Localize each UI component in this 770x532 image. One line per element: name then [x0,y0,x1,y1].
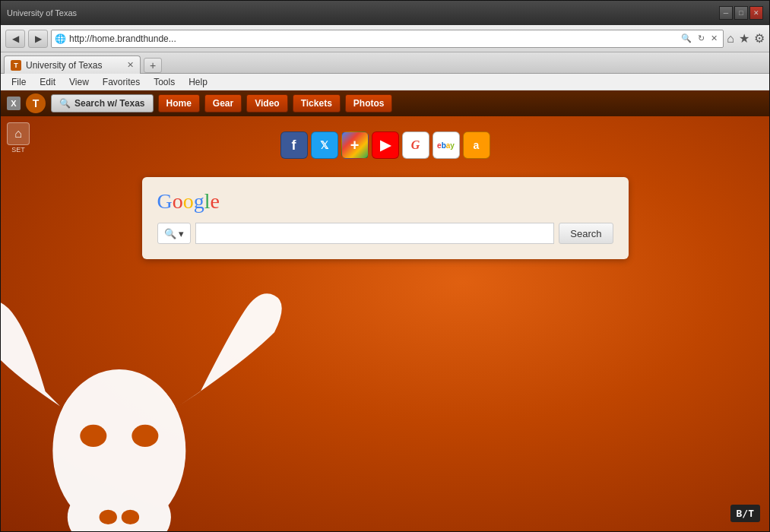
tab-close-btn[interactable]: ✕ [127,60,134,70]
menu-bar: File Edit View Favorites Tools Help [1,74,769,90]
forward-button[interactable]: ▶ [28,30,48,48]
title-bar: University of Texas ─ □ ✕ [1,1,769,25]
tab-favicon: T [11,60,21,71]
new-tab-button[interactable]: + [144,58,162,73]
photos-texas-button[interactable]: Photos [345,94,393,112]
google-search-box: Google 🔍 ▾ Search [142,177,629,259]
home-nav-btn[interactable]: ⌂ [727,32,734,46]
gear-texas-button[interactable]: Gear [204,94,242,112]
stop-btn[interactable]: ✕ [708,33,720,44]
texas-toolbar-close[interactable]: X [7,97,21,110]
minimize-button[interactable]: ─ [719,6,733,20]
search-input-row: 🔍 ▾ Search [157,223,613,244]
window-controls: ─ □ ✕ [719,6,763,20]
menu-file[interactable]: File [5,75,32,89]
youtube-icon[interactable]: ▶ [372,131,399,159]
google-icon[interactable]: G [402,131,429,159]
menu-favorites[interactable]: Favorites [97,75,146,89]
search-address-btn[interactable]: 🔍 [679,33,694,44]
address-bar-icon: 🌐 [55,33,66,44]
longhorn-svg [1,288,312,531]
twitter-icon[interactable]: 𝕏 [311,131,338,159]
svg-point-4 [60,377,179,466]
home-texas-label: Home [166,98,192,109]
address-bar-input[interactable] [69,33,676,44]
facebook-icon[interactable]: f [280,131,308,159]
texas-logo-icon: T [25,93,46,114]
search-icon-small: 🔍 [164,228,176,239]
search-type-arrow: ▾ [179,228,184,239]
bt-badge: B/T [730,505,760,522]
maximize-button[interactable]: □ [734,6,748,20]
video-texas-label: Video [255,98,279,109]
svg-point-7 [100,510,117,524]
home-set-button[interactable]: ⌂ SET [7,122,30,154]
google-logo-o2: o [183,189,194,213]
back-button[interactable]: ◀ [5,30,25,48]
texas-toolbar: X T 🔍 Search w/ Texas Home Gear Video Ti… [1,90,769,116]
google-logo-o1: o [173,189,183,213]
tab-bar: T University of Texas ✕ + [1,52,769,74]
favorites-star-btn[interactable]: ★ [739,31,749,46]
home-set-icon: ⌂ [7,122,30,145]
svg-point-5 [80,425,106,447]
search-icon: 🔍 [59,98,71,109]
tickets-texas-button[interactable]: Tickets [293,94,341,112]
menu-edit[interactable]: Edit [33,75,62,89]
photos-texas-label: Photos [353,98,385,109]
search-texas-button[interactable]: 🔍 Search w/ Texas [51,94,154,112]
google-logo-g2: g [194,189,204,213]
menu-tools[interactable]: Tools [147,75,181,89]
amazon-icon[interactable]: a [463,131,490,159]
ebay-icon[interactable]: ebay [433,131,460,159]
tab-title: University of Texas [26,60,122,71]
google-search-button[interactable]: Search [559,223,613,244]
google-logo-l: l [204,189,211,213]
settings-nav-btn[interactable]: ⚙ [754,31,765,46]
page-title-chrome: University of Texas [7,8,77,17]
svg-point-6 [132,425,158,447]
refresh-btn[interactable]: ↻ [696,33,707,44]
google-plus-icon[interactable]: + [341,131,369,159]
google-logo: Google [157,189,613,214]
close-button[interactable]: ✕ [749,6,763,20]
toolbar-right: ⌂ ★ ⚙ [727,31,765,46]
address-bar-actions: 🔍 ↻ ✕ [679,33,720,44]
menu-help[interactable]: Help [182,75,214,89]
tickets-texas-label: Tickets [301,98,332,109]
google-search-input[interactable] [195,223,555,244]
gear-texas-label: Gear [213,98,233,109]
video-texas-button[interactable]: Video [246,94,287,112]
nav-bar: ◀ ▶ 🌐 🔍 ↻ ✕ ⌂ ★ ⚙ [1,25,769,52]
content-area: ⌂ SET f 𝕏 + ▶ G ebay a Google 🔍 ▾ [1,116,769,531]
active-tab[interactable]: T University of Texas ✕ [4,55,141,74]
google-logo-e: e [211,189,220,213]
title-bar-left: University of Texas [7,8,83,17]
address-bar-wrap: 🌐 🔍 ↻ ✕ [51,30,724,48]
menu-view[interactable]: View [63,75,95,89]
bt-badge-text: B/T [737,508,754,519]
google-logo-g1: G [157,189,173,213]
search-texas-label: Search w/ Texas [74,98,145,109]
svg-text:T: T [33,97,40,109]
home-texas-button[interactable]: Home [158,94,200,112]
search-type-dropdown[interactable]: 🔍 ▾ [157,223,191,244]
social-bar: f 𝕏 + ▶ G ebay a [280,131,490,159]
browser-window: University of Texas ─ □ ✕ ◀ ▶ 🌐 🔍 ↻ ✕ ⌂ … [0,0,770,532]
home-set-label: SET [11,146,25,154]
svg-point-8 [122,510,139,524]
longhorn-silhouette [1,288,312,531]
